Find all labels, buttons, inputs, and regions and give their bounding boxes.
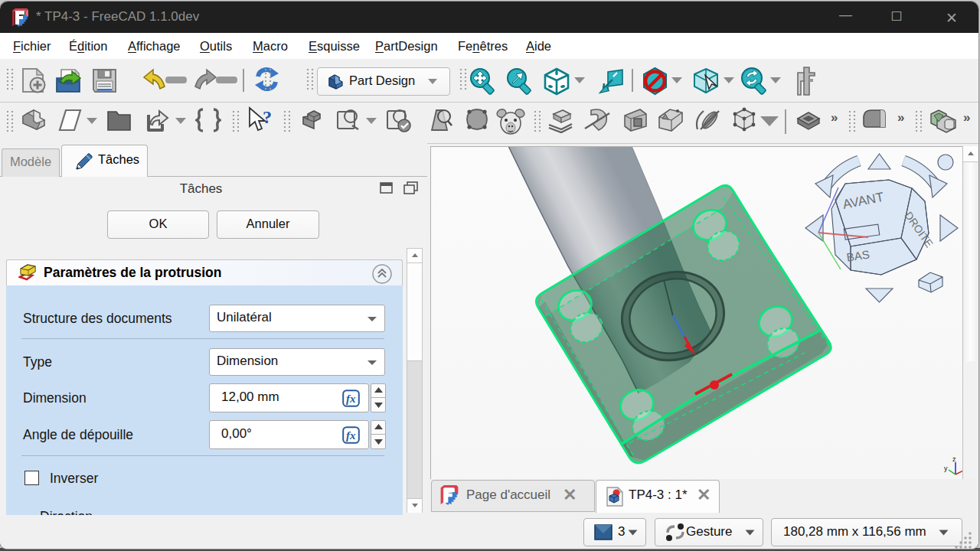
svg-text:y: y	[944, 465, 948, 472]
svg-text:z: z	[952, 455, 956, 463]
svg-text:?: ?	[263, 107, 272, 127]
svg-text:fx: fx	[346, 429, 356, 442]
svg-text:fx: fx	[346, 393, 356, 405]
